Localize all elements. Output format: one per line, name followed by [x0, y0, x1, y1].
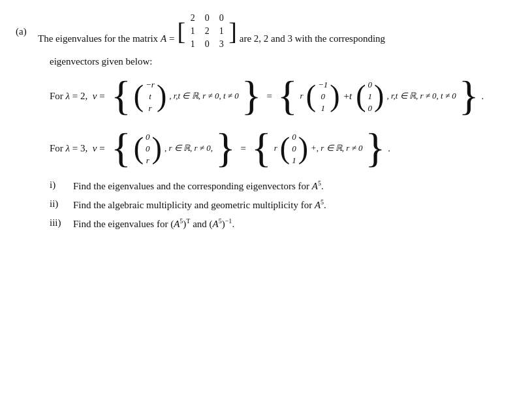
- m11: 2: [205, 25, 210, 38]
- vector-4-wrap: ( 0 0 r ): [134, 130, 162, 167]
- plus-t: +t: [344, 91, 352, 102]
- sub-item-ii: ii) Find the algebraic multiplicity and …: [50, 198, 516, 211]
- lambda-3-row: For λ = 3, v = { ( 0 0 r ) , r ∈ ℝ, r ≠ …: [50, 127, 516, 169]
- vec3-right-bracket: ): [374, 81, 384, 111]
- vec5-entry-1: 0: [292, 143, 296, 154]
- vec3-entry-1: 1: [368, 91, 373, 102]
- lambda-2-row: For λ = 2, v = { ( −r t r ) , r,t ∈ ℝ, r…: [50, 75, 516, 117]
- m20: 1: [191, 38, 195, 51]
- vec5-right-bracket: ): [298, 133, 308, 163]
- sub-label-ii: ii): [50, 198, 68, 210]
- condition-2: , r,t ∈ ℝ, r ≠ 0, t ≠ 0: [386, 91, 456, 101]
- vector-3: 0 1 0: [366, 78, 375, 115]
- vec3-left-bracket: (: [356, 81, 366, 111]
- vector-2-wrap: ( −1 0 1 ): [306, 78, 340, 115]
- vec2-entry-2: 1: [321, 102, 325, 114]
- set-open-brace-1: {: [111, 75, 131, 117]
- sub-text-i: Find the eigenvalues and the correspondi…: [73, 180, 516, 192]
- m22: 3: [219, 38, 224, 51]
- equals-1: =: [266, 91, 272, 102]
- vector-1: −r t r: [144, 78, 157, 115]
- vec3-entry-0: 0: [368, 79, 373, 90]
- set-open-brace-4: {: [251, 127, 272, 169]
- sub-item-iii: iii) Find the eigenvalues for (A5)T and …: [50, 217, 516, 230]
- vec2-entry-0: −1: [318, 79, 328, 90]
- set-close-brace-3: }: [215, 127, 236, 169]
- set-open-brace-3: {: [111, 127, 131, 169]
- matrix-left-bracket: [: [178, 19, 186, 44]
- vector-1-wrap: ( −r t r ): [134, 78, 167, 115]
- matrix-var-label: A =: [161, 19, 174, 44]
- m12: 1: [219, 25, 224, 38]
- m00: 2: [191, 12, 195, 25]
- sub-label-iii: iii): [50, 217, 68, 228]
- set-open-brace-2: {: [277, 75, 298, 117]
- vec2-entry-1: 0: [321, 91, 325, 102]
- lambda-2-label: For λ = 2, v =: [50, 91, 108, 102]
- vec4-entry-1: 0: [146, 143, 150, 154]
- lambda-3-label: For λ = 3, v =: [50, 143, 108, 154]
- part-a-section: (a) The eigenvalues for the matrix A = […: [16, 12, 516, 51]
- sub-item-i: i) Find the eigenvalues and the correspo…: [50, 180, 516, 192]
- sub-items-section: i) Find the eigenvalues and the correspo…: [50, 180, 516, 230]
- after-matrix-text: are 2, 2 and 3 with the corresponding: [240, 19, 385, 44]
- vector-5-wrap: ( 0 0 1 ): [280, 130, 308, 167]
- vector-5: 0 0 1: [290, 130, 298, 167]
- condition-3: , r ∈ ℝ, r ≠ 0,: [164, 143, 213, 153]
- vector-3-wrap: ( 0 1 0 ): [356, 78, 384, 115]
- m10: 1: [191, 25, 195, 38]
- set-close-brace-4: }: [366, 127, 386, 169]
- vec1-entry-0: −r: [146, 79, 155, 90]
- part-a-label: (a): [16, 12, 34, 37]
- vec4-right-bracket: ): [152, 133, 162, 163]
- vec4-left-bracket: (: [134, 133, 144, 163]
- sub-label-i: i): [50, 180, 68, 191]
- matrix-A: [ 2 0 0 1 2 1 1 0 3 ]: [178, 12, 237, 51]
- sub-text-iii: Find the eigenvalues for (A5)T and (A5)−…: [73, 217, 516, 230]
- vec5-left-bracket: (: [280, 133, 290, 163]
- eigenvectors-section: eigenvectors given below: For λ = 2, v =…: [50, 56, 516, 230]
- part-a-text: The eigenvalues for the matrix A = [ 2 0…: [38, 12, 516, 51]
- vector-4: 0 0 r: [144, 130, 152, 167]
- vec4-entry-0: 0: [146, 131, 150, 142]
- equals-2: =: [241, 143, 246, 154]
- condition-1: , r,t ∈ ℝ, r ≠ 0, t ≠ 0: [169, 91, 238, 101]
- matrix-right-bracket: ]: [228, 19, 237, 44]
- m02: 0: [219, 12, 224, 25]
- vec3-entry-2: 0: [368, 102, 373, 114]
- m21: 0: [205, 38, 210, 51]
- vec5-entry-0: 0: [292, 131, 296, 142]
- vec1-right-bracket: ): [157, 81, 166, 111]
- vector-2: −1 0 1: [316, 78, 330, 115]
- vec5-entry-2: 1: [292, 155, 296, 166]
- vec1-entry-1: t: [149, 91, 151, 102]
- vec4-entry-2: r: [146, 155, 149, 166]
- m01: 0: [205, 12, 210, 25]
- matrix-content: 2 0 0 1 2 1 1 0 3: [187, 12, 227, 51]
- vec2-left-bracket: (: [306, 81, 316, 111]
- intro-text: The eigenvalues for the matrix: [38, 19, 158, 44]
- r-scalar-2: r: [274, 143, 277, 153]
- vec1-entry-2: r: [148, 102, 151, 114]
- r-scalar: r: [300, 91, 304, 101]
- vec2-right-bracket: ): [330, 81, 339, 111]
- condition-4: +, r ∈ ℝ, r ≠ 0: [311, 143, 363, 153]
- vec1-left-bracket: (: [134, 81, 144, 111]
- sub-text-ii: Find the algebraic multiplicity and geom…: [73, 198, 516, 211]
- set-close-brace-2: }: [459, 75, 479, 117]
- eigenvectors-title: eigenvectors given below:: [50, 56, 516, 67]
- set-close-brace-1: }: [242, 75, 262, 117]
